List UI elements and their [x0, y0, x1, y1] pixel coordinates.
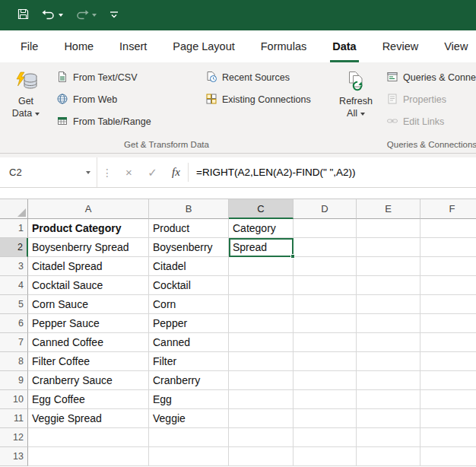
cell-E11[interactable] — [357, 409, 420, 428]
cell-C5[interactable] — [229, 295, 294, 314]
cell-C8[interactable] — [229, 352, 294, 371]
column-header-A[interactable]: A — [28, 199, 149, 219]
cell-A8[interactable]: Filter Coffee — [28, 352, 149, 371]
row-header-8[interactable]: 8 — [0, 352, 28, 371]
column-header-D[interactable]: D — [294, 199, 357, 219]
cell-B10[interactable]: Egg — [149, 390, 229, 409]
cell-C13[interactable] — [229, 447, 294, 466]
cell-D8[interactable] — [294, 352, 357, 371]
tab-home[interactable]: Home — [51, 30, 106, 62]
cell-E13[interactable] — [357, 447, 420, 466]
cell-A3[interactable]: Citadel Spread — [28, 257, 149, 276]
cell-D12[interactable] — [294, 428, 357, 447]
cell-C11[interactable] — [229, 409, 294, 428]
row-header-9[interactable]: 9 — [0, 371, 28, 390]
cell-F13[interactable] — [420, 447, 476, 466]
tab-page-layout[interactable]: Page Layout — [160, 30, 247, 62]
cell-B6[interactable]: Pepper — [149, 314, 229, 333]
cell-F7[interactable] — [420, 333, 476, 352]
undo-button[interactable] — [36, 4, 69, 27]
cell-A1[interactable]: Product Category — [28, 219, 149, 238]
queries-connections-button[interactable]: Queries & Connections — [383, 68, 476, 87]
cell-B1[interactable]: Product — [149, 219, 229, 238]
cell-F9[interactable] — [420, 371, 476, 390]
cell-D6[interactable] — [294, 314, 357, 333]
cell-C2[interactable]: Spread — [229, 238, 294, 257]
customize-quick-access-toolbar-button[interactable] — [103, 4, 125, 27]
cell-E5[interactable] — [357, 295, 420, 314]
name-box[interactable]: C2 — [0, 157, 97, 187]
cell-D9[interactable] — [294, 371, 357, 390]
row-header-11[interactable]: 11 — [0, 409, 28, 428]
cell-A13[interactable] — [28, 447, 149, 466]
cell-F8[interactable] — [420, 352, 476, 371]
cell-B12[interactable] — [149, 428, 229, 447]
cell-C1[interactable]: Category — [229, 219, 294, 238]
cell-B13[interactable] — [149, 447, 229, 466]
column-header-B[interactable]: B — [149, 199, 229, 219]
recent-sources-button[interactable]: Recent Sources — [202, 68, 314, 87]
select-all-corner[interactable] — [0, 199, 28, 219]
row-header-1[interactable]: 1 — [0, 219, 28, 238]
column-header-C[interactable]: C — [229, 199, 294, 219]
cell-F10[interactable] — [420, 390, 476, 409]
cell-F2[interactable] — [420, 238, 476, 257]
cell-F5[interactable] — [420, 295, 476, 314]
cell-B11[interactable]: Veggie — [149, 409, 229, 428]
cell-D3[interactable] — [294, 257, 357, 276]
redo-button[interactable] — [69, 4, 103, 27]
row-header-7[interactable]: 7 — [0, 333, 28, 352]
cell-B9[interactable]: Cranberry — [149, 371, 229, 390]
cell-F4[interactable] — [420, 276, 476, 295]
row-header-5[interactable]: 5 — [0, 295, 28, 314]
insert-function-button[interactable]: fx — [164, 157, 188, 187]
cell-C6[interactable] — [229, 314, 294, 333]
tab-formulas[interactable]: Formulas — [248, 30, 319, 62]
cell-E4[interactable] — [357, 276, 420, 295]
from-web-button[interactable]: From Web — [53, 90, 178, 110]
cell-E8[interactable] — [357, 352, 420, 371]
cell-D1[interactable] — [294, 219, 357, 238]
cell-A9[interactable]: Cranberry Sauce — [28, 371, 149, 390]
cell-D13[interactable] — [294, 447, 357, 466]
row-header-4[interactable]: 4 — [0, 276, 28, 295]
row-header-12[interactable]: 12 — [0, 428, 28, 447]
row-header-6[interactable]: 6 — [0, 314, 28, 333]
cell-B5[interactable]: Corn — [149, 295, 229, 314]
tab-review[interactable]: Review — [370, 30, 432, 62]
row-header-3[interactable]: 3 — [0, 257, 28, 276]
cell-A5[interactable]: Corn Sauce — [28, 295, 149, 314]
cell-A7[interactable]: Canned Coffee — [28, 333, 149, 352]
enter-button[interactable]: ✓ — [141, 157, 164, 187]
column-header-E[interactable]: E — [357, 199, 420, 219]
formula-bar-drag-handle[interactable]: ⋮ — [97, 157, 117, 187]
cell-C7[interactable] — [229, 333, 294, 352]
cell-E3[interactable] — [357, 257, 420, 276]
cell-E6[interactable] — [357, 314, 420, 333]
save-button[interactable] — [11, 4, 36, 27]
cell-E9[interactable] — [357, 371, 420, 390]
cell-D4[interactable] — [294, 276, 357, 295]
cell-E7[interactable] — [357, 333, 420, 352]
cell-E2[interactable] — [357, 238, 420, 257]
tab-file[interactable]: File — [8, 30, 51, 62]
cell-D11[interactable] — [294, 409, 357, 428]
cell-C4[interactable] — [229, 276, 294, 295]
from-table-range-button[interactable]: From Table/Range — [53, 112, 178, 132]
cell-C9[interactable] — [229, 371, 294, 390]
refresh-all-button[interactable]: Refresh All — [333, 65, 379, 138]
cell-D2[interactable] — [294, 238, 357, 257]
cell-A2[interactable]: Boysenberry Spread — [28, 238, 149, 257]
edit-links-button[interactable]: Edit Links — [383, 112, 476, 132]
cell-F11[interactable] — [420, 409, 476, 428]
cell-C12[interactable] — [229, 428, 294, 447]
cell-D5[interactable] — [294, 295, 357, 314]
cell-A10[interactable]: Egg Coffee — [28, 390, 149, 409]
cell-B2[interactable]: Boysenberry — [149, 238, 229, 257]
cell-C10[interactable] — [229, 390, 294, 409]
from-text-csv-button[interactable]: From Text/CSV — [53, 68, 178, 87]
cell-E10[interactable] — [357, 390, 420, 409]
fill-handle[interactable] — [290, 254, 295, 259]
column-header-F[interactable]: F — [420, 199, 476, 219]
cell-E1[interactable] — [357, 219, 420, 238]
